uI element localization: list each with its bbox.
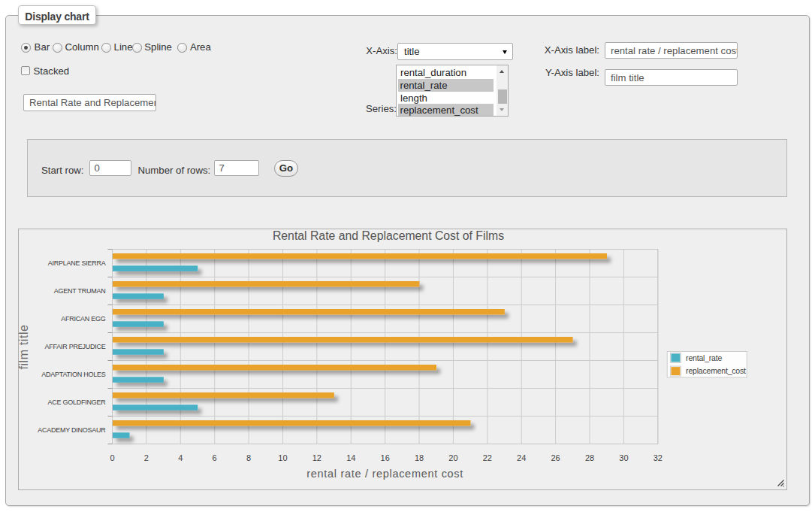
svg-text:28: 28 — [585, 453, 594, 462]
svg-text:26: 26 — [551, 453, 560, 462]
svg-text:2: 2 — [144, 453, 149, 462]
svg-text:6: 6 — [213, 453, 217, 462]
svg-text:rental_rate: rental_rate — [686, 353, 722, 362]
svg-text:22: 22 — [483, 453, 492, 462]
svg-text:ADAPTATION HOLES: ADAPTATION HOLES — [41, 371, 105, 378]
svg-text:rental rate / replacement cost: rental rate / replacement cost — [306, 468, 463, 480]
svg-text:30: 30 — [619, 453, 628, 462]
svg-text:18: 18 — [415, 453, 424, 462]
svg-text:12: 12 — [312, 453, 321, 462]
svg-text:ACE GOLDFINGER: ACE GOLDFINGER — [47, 398, 106, 406]
svg-text:AFRICAN EGG: AFRICAN EGG — [61, 315, 106, 323]
svg-text:24: 24 — [517, 453, 526, 462]
svg-text:replacement_cost: replacement_cost — [686, 366, 746, 375]
svg-text:10: 10 — [278, 453, 287, 462]
svg-text:8: 8 — [246, 453, 251, 462]
svg-text:20: 20 — [448, 453, 457, 462]
svg-text:0: 0 — [110, 453, 114, 462]
svg-text:ACADEMY DINOSAUR: ACADEMY DINOSAUR — [38, 426, 106, 434]
svg-text:14: 14 — [346, 453, 355, 462]
svg-text:Rental Rate and Replacement Co: Rental Rate and Replacement Cost of Film… — [273, 229, 504, 242]
svg-text:AGENT TRUMAN: AGENT TRUMAN — [54, 287, 106, 295]
svg-text:AIRPLANE SIERRA: AIRPLANE SIERRA — [48, 259, 106, 267]
svg-text:16: 16 — [381, 453, 390, 462]
svg-text:32: 32 — [654, 453, 663, 462]
svg-text:AFFAIR PREJUDICE: AFFAIR PREJUDICE — [44, 343, 105, 350]
svg-text:4: 4 — [178, 453, 183, 462]
svg-text:film title: film title — [18, 324, 30, 369]
